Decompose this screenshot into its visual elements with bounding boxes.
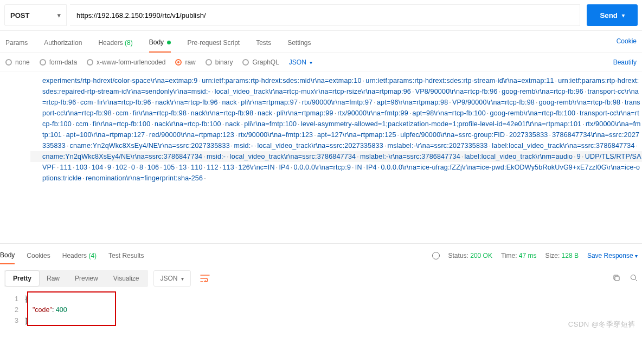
response-status: Status: 200 OK Time: 47 ms Size: 128 B S… [432, 252, 638, 259]
method-value: POST [10, 11, 29, 20]
svg-point-2 [631, 275, 636, 280]
response-format-row: Pretty Raw Preview Visualize JSON ▾ [0, 264, 642, 292]
tab-settings[interactable]: Settings [287, 36, 311, 52]
radio-formdata[interactable]: form-data [40, 58, 77, 66]
request-body-editor[interactable]: experiments/rtp-hdrext/color-space\r\na=… [0, 72, 642, 243]
response-tabs: Body Cookies Headers (4) Test Results St… [0, 243, 642, 264]
chevron-down-icon: ▾ [622, 12, 625, 18]
tab-body-label: Body [149, 38, 164, 46]
tab-prerequest[interactable]: Pre-request Script [187, 36, 240, 52]
radio-raw[interactable]: raw [175, 58, 195, 66]
body-format-select[interactable]: JSON ▾ [289, 58, 312, 66]
resp-tab-testresults[interactable]: Test Results [108, 248, 144, 264]
cookies-link[interactable]: Cookie [617, 37, 637, 50]
status-block: Status: 200 OK [448, 252, 492, 259]
save-response-link[interactable]: Save Response ▾ [587, 252, 638, 259]
tab-body[interactable]: Body [149, 35, 171, 53]
modified-dot-icon [167, 41, 171, 44]
search-icon[interactable] [630, 274, 638, 283]
tab-tests[interactable]: Tests [256, 36, 271, 52]
send-button[interactable]: Send ▾ [587, 4, 638, 26]
resp-headers-count: (4) [88, 252, 97, 259]
resp-tab-cookies[interactable]: Cookies [27, 248, 50, 264]
tab-headers[interactable]: Headers (8) [98, 36, 132, 52]
response-format-select[interactable]: JSON ▾ [153, 270, 191, 287]
watermark: CSDN @冬季穿短裤 [568, 320, 635, 329]
chevron-down-icon: ▾ [181, 276, 184, 282]
send-label: Send [600, 11, 618, 20]
method-select[interactable]: POST ▾ [4, 4, 67, 26]
tab-params[interactable]: Params [5, 36, 28, 52]
time-block: Time: 47 ms [501, 252, 537, 259]
tab-headers-label: Headers [98, 39, 123, 47]
response-tools [613, 274, 638, 283]
radio-xwww[interactable]: x-www-form-urlencoded [87, 58, 165, 66]
radio-binary[interactable]: binary [206, 58, 233, 66]
url-input[interactable] [70, 4, 580, 26]
copy-icon[interactable] [613, 274, 620, 283]
request-bar: POST ▾ Send ▾ [0, 0, 642, 31]
beautify-link[interactable]: Beautify [613, 58, 637, 66]
radio-graphql[interactable]: GraphQL [242, 58, 279, 66]
resp-tab-body[interactable]: Body [0, 247, 15, 264]
svg-rect-1 [615, 276, 619, 281]
view-visualize[interactable]: Visualize [106, 271, 147, 286]
radio-none[interactable]: none [5, 58, 30, 66]
size-block: Size: 128 B [545, 252, 579, 259]
view-raw[interactable]: Raw [39, 271, 67, 286]
body-type-row: none form-data x-www-form-urlencoded raw… [0, 53, 642, 72]
view-pretty[interactable]: Pretty [5, 271, 39, 286]
view-preview[interactable]: Preview [67, 271, 106, 286]
globe-icon[interactable] [432, 252, 440, 259]
tab-headers-count: (8) [125, 39, 133, 47]
highlight-box [27, 291, 116, 326]
chevron-down-icon: ▾ [57, 12, 61, 19]
tab-authorization[interactable]: Authorization [44, 36, 82, 52]
request-body-text: experiments/rtp-hdrext/color-space\r\na=… [42, 75, 642, 184]
chevron-down-icon: ▾ [310, 60, 312, 66]
wrap-lines-button[interactable] [196, 270, 214, 287]
request-tabs: Params Authorization Headers (8) Body Pr… [0, 31, 642, 53]
resp-tab-headers[interactable]: Headers (4) [62, 248, 97, 264]
response-body-wrap: 1{ 2 "code": 400 3} CSDN @冬季穿短裤 [0, 292, 642, 332]
view-segmented: Pretty Raw Preview Visualize [4, 270, 148, 287]
